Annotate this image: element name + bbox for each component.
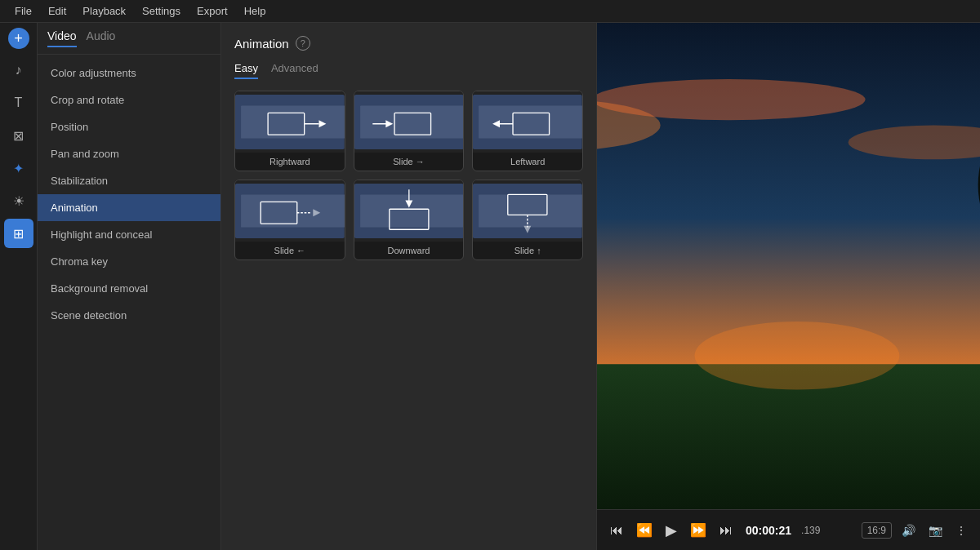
menu-edit[interactable]: Edit <box>40 0 74 23</box>
sidebar-icon-overlays[interactable]: ⊞ <box>4 219 33 248</box>
preview-window: ⏮ ⏪ ▶ ⏩ ⏭ 00:00:21.139 16:9 🔊 📷 ⋮ <box>596 23 980 550</box>
animation-content: Animation ? Easy Advanced <box>221 23 596 550</box>
menu-item-pan-and-zoom[interactable]: Pan and zoom <box>38 140 220 167</box>
left-sidebar: + ♪ T ⊠ ✦ ☀ ⊞ <box>0 23 38 550</box>
menu-help[interactable]: Help <box>236 0 274 23</box>
svg-rect-21 <box>360 194 464 227</box>
svg-rect-1 <box>241 105 345 138</box>
tab-audio[interactable]: Audio <box>87 29 116 47</box>
anim-card-rightward-label: Rightward <box>235 153 345 171</box>
svg-rect-16 <box>241 194 345 227</box>
skip-start-button[interactable]: ⏮ <box>607 520 626 541</box>
svg-rect-11 <box>479 105 582 138</box>
panel-menu: Color adjustments Crop and rotate Positi… <box>38 55 220 550</box>
menu-item-chroma-key[interactable]: Chroma key <box>38 248 220 275</box>
sidebar-icon-music[interactable]: ♪ <box>4 55 33 85</box>
menu-export[interactable]: Export <box>189 0 236 23</box>
preview-video <box>597 23 980 509</box>
menu-file[interactable]: File <box>7 0 40 23</box>
animation-title: Animation <box>234 37 289 51</box>
menu-settings[interactable]: Settings <box>134 0 189 23</box>
anim-card-rightward[interactable]: Rightward <box>234 91 345 171</box>
prev-frame-button[interactable]: ⏪ <box>633 519 656 541</box>
sidebar-icon-text[interactable]: T <box>4 88 33 118</box>
svg-point-37 <box>694 322 899 390</box>
tab-video[interactable]: Video <box>47 29 77 47</box>
aspect-ratio-selector[interactable]: 16:9 <box>862 522 892 539</box>
menubar: File Edit Playback Settings Export Help <box>0 0 980 23</box>
menu-item-crop-and-rotate[interactable]: Crop and rotate <box>38 86 220 113</box>
properties-panel: Video Audio Color adjustments Crop and r… <box>38 23 221 550</box>
svg-point-35 <box>597 79 866 120</box>
anim-card-leftward[interactable]: Leftward <box>472 91 583 171</box>
menu-item-color-adjustments[interactable]: Color adjustments <box>38 60 220 86</box>
anim-card-downward[interactable]: Downward <box>354 180 465 260</box>
svg-rect-6 <box>360 105 464 138</box>
anim-card-slide-right[interactable]: Slide → <box>354 91 465 171</box>
next-frame-button[interactable]: ⏩ <box>687 519 710 541</box>
menu-playback[interactable]: Playback <box>74 0 134 23</box>
snapshot-button[interactable]: 📷 <box>925 521 946 540</box>
preview-time-ms: .139 <box>801 525 820 536</box>
sidebar-icon-transitions[interactable]: ⊠ <box>4 121 33 150</box>
anim-card-slide-up[interactable]: Slide ↑ <box>472 180 583 260</box>
svg-rect-26 <box>479 194 582 227</box>
menu-item-highlight-and-conceal[interactable]: Highlight and conceal <box>38 221 220 248</box>
sidebar-icon-filters[interactable]: ☀ <box>4 186 33 215</box>
play-button[interactable]: ▶ <box>662 518 680 543</box>
more-options-button[interactable]: ⋮ <box>952 521 970 540</box>
menu-item-stabilization[interactable]: Stabilization <box>38 167 220 194</box>
help-icon[interactable]: ? <box>296 36 310 51</box>
anim-tab-advanced[interactable]: Advanced <box>271 62 318 79</box>
anim-card-slide-left-label: Slide ← <box>235 242 345 259</box>
anim-card-downward-label: Downward <box>354 242 464 259</box>
anim-tab-easy[interactable]: Easy <box>234 62 258 79</box>
volume-button[interactable]: 🔊 <box>898 521 919 540</box>
menu-item-animation[interactable]: Animation <box>38 194 220 221</box>
menu-item-position[interactable]: Position <box>38 113 220 140</box>
animation-grid: Rightward Slide → <box>234 91 583 260</box>
sidebar-icon-effects[interactable]: ✦ <box>4 153 33 183</box>
anim-card-slide-up-label: Slide ↑ <box>473 242 582 259</box>
anim-card-slide-left[interactable]: Slide ← <box>234 180 345 260</box>
skip-end-button[interactable]: ⏭ <box>716 520 736 541</box>
preview-time: 00:00:21 <box>746 524 791 537</box>
menu-item-background-removal[interactable]: Background removal <box>38 275 220 302</box>
menu-item-scene-detection[interactable]: Scene detection <box>38 302 220 329</box>
anim-card-leftward-label: Leftward <box>473 153 582 171</box>
anim-card-slide-right-label: Slide → <box>354 153 464 171</box>
add-button[interactable]: + <box>8 28 29 49</box>
